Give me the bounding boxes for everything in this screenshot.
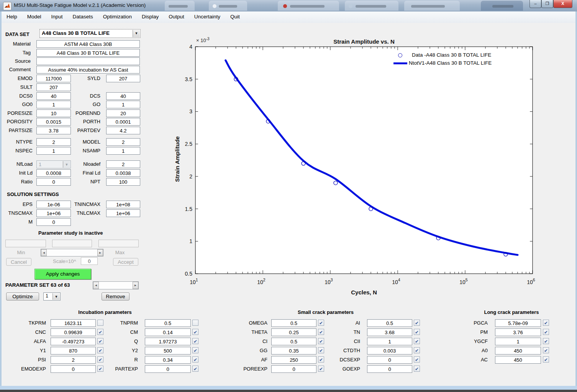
param-checkbox-y2[interactable]	[192, 347, 198, 353]
param-field-cii[interactable]	[367, 338, 412, 345]
param-field-r[interactable]	[145, 356, 191, 364]
param-checkbox-ac[interactable]	[543, 356, 549, 363]
scale-field[interactable]	[81, 257, 98, 265]
poresize-label: PORESIZE	[5, 109, 33, 117]
tag-field[interactable]	[36, 49, 140, 57]
menu-uncertainty[interactable]: Uncertainty	[189, 11, 225, 20]
maximize-button[interactable]: ❐	[541, 0, 553, 8]
param-checkbox-pm[interactable]	[543, 329, 549, 335]
param-field-gg[interactable]	[271, 347, 316, 354]
param-field-psi[interactable]	[51, 356, 96, 364]
comment-field[interactable]	[36, 66, 140, 74]
param-field-pm[interactable]	[495, 328, 541, 336]
syld-field[interactable]	[106, 75, 140, 82]
param-field-y2[interactable]	[145, 347, 191, 354]
param-checkbox-q[interactable]	[192, 338, 198, 344]
param-checkbox-goexp[interactable]	[414, 366, 420, 372]
param-label-pm: PM	[448, 328, 488, 336]
material-field[interactable]	[36, 40, 140, 48]
chevron-down-icon[interactable]: ▼	[133, 30, 140, 37]
accept-button[interactable]: Accept	[113, 258, 138, 266]
param-checkbox-ctdth[interactable]	[414, 347, 420, 353]
param-checkbox-r[interactable]	[192, 356, 198, 363]
cancel-button[interactable]: Cancel	[6, 258, 31, 266]
model-field[interactable]	[106, 138, 140, 146]
menu-datasets[interactable]: Datasets	[68, 11, 98, 20]
max-label: Max	[111, 249, 129, 256]
param-checkbox-cm[interactable]	[192, 329, 198, 335]
partdev-field[interactable]	[106, 127, 140, 134]
param-field-ai[interactable]	[367, 319, 412, 327]
param-field-ctdth[interactable]	[367, 347, 412, 354]
optimize-button[interactable]: Optimize	[6, 292, 39, 301]
nsamp-field[interactable]	[106, 147, 140, 155]
dataset-combobox[interactable]: A48 Class 30 B TOTAL LIFE ▼	[39, 29, 141, 38]
param-field-theta[interactable]	[271, 328, 316, 336]
sult-field[interactable]	[36, 83, 71, 91]
go-field[interactable]	[106, 101, 140, 108]
param-field-pgca[interactable]	[495, 319, 541, 327]
slider-left-arrow-icon[interactable]: ◄	[93, 282, 99, 289]
slider-left-arrow-icon[interactable]: ◄	[41, 249, 47, 256]
param-field-dcsexp[interactable]	[367, 356, 412, 364]
menu-optimization[interactable]: Optimization	[98, 11, 137, 20]
param-field-ci[interactable]	[271, 338, 316, 345]
study-param-box[interactable]	[5, 240, 46, 247]
chevron-down-icon[interactable]: ▼	[52, 293, 60, 300]
source-field[interactable]	[36, 57, 140, 65]
menu-quit[interactable]: Quit	[225, 11, 245, 20]
param-field-goexp[interactable]	[367, 365, 412, 373]
param-checkbox-partexp[interactable]	[192, 366, 198, 372]
finalld-field[interactable]	[106, 169, 140, 177]
porennd-field[interactable]	[106, 109, 140, 117]
parameter-set-slider[interactable]: ◄ ►	[93, 281, 139, 289]
param-checkbox-tn[interactable]	[414, 329, 420, 335]
param-field-y1[interactable]	[51, 347, 96, 354]
optimize-count-combobox[interactable]: 1 ▼	[43, 292, 61, 301]
apply-changes-button[interactable]: Apply changes	[34, 269, 91, 279]
study-min-box[interactable]	[52, 240, 92, 247]
slider-right-arrow-icon[interactable]: ►	[97, 249, 103, 256]
tnlcmax-field[interactable]	[106, 209, 140, 217]
param-field-emodexp[interactable]	[51, 365, 96, 373]
param-field-tn[interactable]	[367, 328, 412, 336]
menu-output[interactable]: Output	[164, 11, 189, 20]
param-field-tnprm[interactable]	[145, 319, 191, 327]
menu-model[interactable]: Model	[22, 11, 46, 20]
solution-settings-heading: SOLUTION SETTINGS	[7, 191, 59, 197]
porth-field[interactable]	[106, 118, 140, 126]
param-field-partexp[interactable]	[145, 365, 191, 373]
menu-display[interactable]: Display	[137, 11, 164, 20]
npt-field[interactable]	[106, 178, 140, 186]
param-checkbox-ai[interactable]	[414, 320, 420, 326]
study-slider[interactable]: ◄ ►	[41, 249, 103, 256]
param-field-q[interactable]	[145, 338, 191, 345]
param-field-ygcf[interactable]	[495, 338, 541, 345]
minimize-button[interactable]: –	[529, 0, 541, 8]
param-field-tkprm[interactable]	[51, 319, 96, 327]
param-field-poreexp[interactable]	[271, 365, 316, 373]
param-checkbox-dcsexp[interactable]	[414, 356, 420, 363]
param-field-a0[interactable]	[495, 347, 541, 354]
slider-right-arrow-icon[interactable]: ►	[133, 282, 138, 289]
nloadef-field[interactable]	[106, 160, 140, 168]
param-field-omega[interactable]	[271, 319, 316, 327]
tnincmax-field[interactable]	[106, 201, 140, 208]
param-field-cm[interactable]	[145, 328, 191, 336]
dcs-field[interactable]	[106, 92, 140, 100]
param-field-cnc[interactable]	[51, 328, 96, 336]
m-field[interactable]	[36, 218, 71, 226]
param-checkbox-ygcf[interactable]	[543, 338, 549, 344]
param-field-alfa[interactable]	[51, 338, 96, 345]
param-checkbox-tnprm[interactable]	[192, 320, 198, 326]
param-field-ac[interactable]	[495, 356, 541, 364]
menu-help[interactable]: Help	[2, 11, 22, 20]
close-button[interactable]: X	[553, 0, 572, 8]
param-field-af[interactable]	[271, 356, 316, 364]
menu-input[interactable]: Input	[46, 11, 68, 20]
param-checkbox-pgca[interactable]	[543, 320, 549, 326]
param-checkbox-cii[interactable]	[414, 338, 420, 344]
remove-button[interactable]: Remove	[102, 292, 129, 301]
study-max-box[interactable]	[98, 240, 139, 247]
param-checkbox-a0[interactable]	[543, 347, 549, 353]
